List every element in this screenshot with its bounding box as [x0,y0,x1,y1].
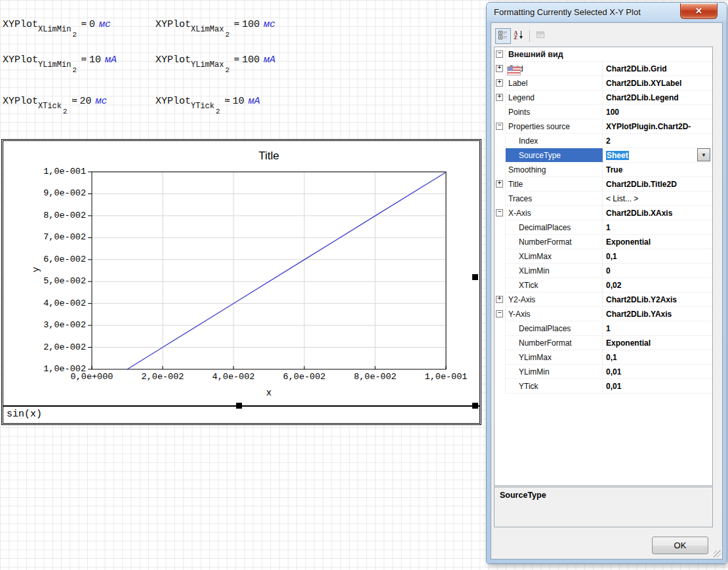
property-value: 0,01 [603,379,712,394]
y-axis-label: y [31,267,41,272]
property-label: YLimMax [506,350,603,365]
row-margin [495,336,506,350]
math-sub: YTick [191,102,214,111]
math-base: XYPlot [3,96,38,107]
row-margin: + [495,76,506,91]
property-row[interactable]: Index2 [495,134,712,148]
property-row[interactable]: −Properties sourceXYPlotPlugin.Chart2D- [495,119,712,134]
expand-icon[interactable]: + [496,180,503,188]
math-val: 20 [79,96,91,107]
property-row[interactable]: SourceTypeSheet▼ [495,148,712,163]
categorized-view-button[interactable] [495,28,511,44]
row-margin [495,192,506,206]
row-margin [495,249,506,264]
resize-grip[interactable] [714,550,721,558]
math-unit: мА [264,54,275,66]
property-row[interactable]: +LegendChart2DLib.Legend [495,91,712,105]
property-value: Chart2DLib.Y2Axis [603,293,712,307]
row-margin: + [495,91,506,105]
toolbar-separator [529,30,530,42]
expand-icon[interactable]: + [496,65,503,72]
property-value: XYPlotPlugin.Chart2D- [603,119,712,134]
property-category-row[interactable]: −Внешний вид [495,47,712,62]
expand-icon[interactable]: + [496,296,503,303]
row-margin: − [495,307,506,321]
property-value: 2 [603,134,712,148]
math-val: 0 [89,19,95,30]
y-tick-label: 2,0e-002 [30,342,86,352]
property-row[interactable]: XLimMax0,1 [495,249,712,264]
xy-plot-region[interactable]: Title y x sin(x) 0,0e+0002,0e-0024,0e-00… [1,139,481,425]
dropdown-button[interactable]: ▼ [697,148,710,161]
alphabetical-view-button[interactable]: A Z [511,28,527,44]
property-row[interactable]: YLimMax0,1 [495,350,712,365]
property-row[interactable]: +TitleChart2DLib.Title2D [495,177,712,192]
property-value: True [603,163,712,177]
collapse-icon[interactable]: − [496,310,503,317]
math-region[interactable]: XYPlotXLimMax2≔100мс [155,19,275,30]
math-region[interactable]: XYPlotYLimMax2≔100мА [155,54,275,66]
expand-icon[interactable]: + [496,79,503,87]
y-tick-label: 3,0e-002 [30,320,86,330]
math-region[interactable]: XYPlotXTick2≔20мс [3,96,108,107]
math-op: ≔ [225,96,230,106]
property-row[interactable]: Traces< List... > [495,192,712,206]
property-value: 1 [603,220,712,235]
row-margin: + [495,293,506,307]
math-unit: мА [248,96,260,107]
collapse-icon[interactable]: − [496,123,503,130]
property-row[interactable]: SmoothingTrue [495,163,712,177]
math-unit: мс [99,19,111,30]
math-sub: XTick [38,102,62,111]
math-base: XYPlot [155,19,191,30]
property-pages-icon [535,30,546,43]
property-row[interactable]: YLimMin0,01 [495,365,712,379]
math-unit: мА [105,54,117,66]
math-region[interactable]: XYPlotYTick2≔10мА [155,96,260,107]
math-op: ≔ [234,19,239,29]
resize-handle-right-middle[interactable] [472,274,478,280]
property-row[interactable]: −Y-AxisChart2DLib.YAxis [495,307,712,321]
row-margin: + [495,62,506,76]
property-row[interactable]: DecimalPlaces1 [495,220,712,235]
close-button[interactable]: ✕ [680,3,718,19]
math-val: 100 [242,54,260,66]
property-label: NumberFormat [506,235,603,249]
row-margin: − [495,47,506,62]
property-value: 0,1 [603,249,712,264]
property-value: Chart2DLib.Grid [603,62,712,76]
math-sub: YLimMin [38,60,71,70]
property-row[interactable]: −X-AxisChart2DLib.XAxis [495,206,712,220]
property-row[interactable]: YTick0,01 [495,379,712,394]
property-row[interactable]: XTick0,02 [495,278,712,293]
math-region[interactable]: XYPlotXLimMin2≔0мс [3,19,111,30]
property-row[interactable]: NumberFormatExponential [495,336,712,350]
property-row[interactable]: NumberFormatExponential [495,235,712,249]
property-row[interactable]: +Y2-AxisChart2DLib.Y2Axis [495,293,712,307]
math-region[interactable]: XYPlotYLimMin2≔10мА [3,54,117,66]
property-label: Traces [506,192,603,206]
math-op: ≔ [234,54,239,64]
svg-text:Z: Z [514,35,517,40]
property-row[interactable]: +GridChart2DLib.Grid [495,62,712,76]
resize-handle-bottom-middle[interactable] [236,403,242,409]
collapse-icon[interactable]: − [496,51,503,58]
row-margin [495,235,506,249]
math-base: XYPlot [155,54,191,66]
property-row[interactable]: Points100 [495,105,712,119]
math-unit: мс [95,96,107,107]
property-row[interactable]: DecimalPlaces1 [495,321,712,336]
expand-icon[interactable]: + [496,94,503,101]
property-row[interactable]: +LabelChart2DLib.XYLabel [495,76,712,91]
resize-handle-bottom-right[interactable] [472,403,478,409]
property-value: 0,1 [603,350,712,365]
ok-button[interactable]: OK [652,537,708,554]
property-row[interactable]: XLimMin0 [495,264,712,278]
dialog-client-area: A Z [491,22,723,560]
property-value: < List... > [603,192,712,206]
collapse-icon[interactable]: − [496,209,503,216]
row-margin: − [495,206,506,220]
property-label: YLimMin [506,365,603,379]
property-label: Index [506,134,603,148]
x-tick-label: 1,0e-001 [425,372,468,382]
